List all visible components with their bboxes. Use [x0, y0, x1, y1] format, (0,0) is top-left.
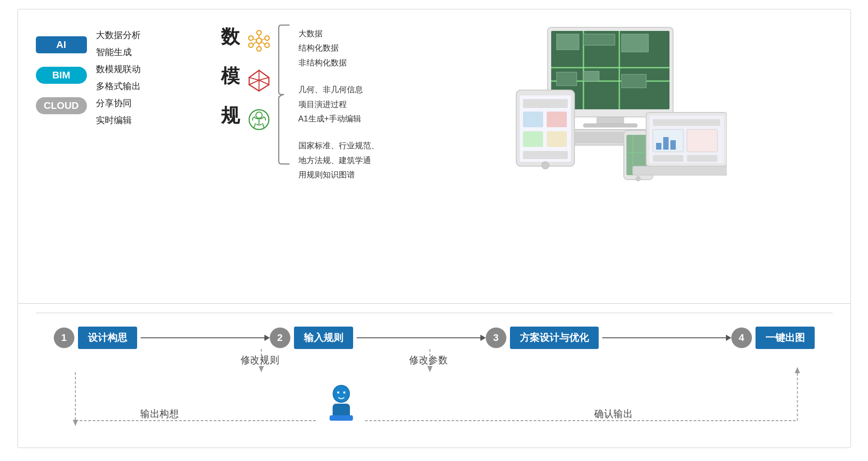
svg-point-3	[265, 43, 269, 47]
workflow-feedback-area: 修改规则 修改参数	[54, 349, 815, 434]
devices-container	[494, 23, 727, 193]
gui-icon	[246, 106, 272, 133]
svg-marker-71	[427, 366, 432, 372]
main-container: AI BIM CLOUD 大数据分析 智能生成 数模规联动 多格式输出 分享协同…	[17, 9, 851, 448]
shu-desc-0: 大数据	[298, 26, 379, 41]
step-2-circle: 2	[270, 327, 290, 348]
arrow-3-4	[602, 337, 728, 338]
svg-marker-81	[73, 420, 78, 426]
step-3-label: 方案设计与优化	[510, 327, 599, 349]
shu-char: 数	[220, 27, 241, 46]
bottom-section: 1 设计构思 2 输入规则 3 方案设计与优化 4 一键出图	[36, 313, 833, 434]
svg-text:输出构想: 输出构想	[140, 408, 178, 419]
gui-desc-2: 用规则知识图谱	[298, 168, 379, 182]
shu-desc-2: 非结构化数据	[298, 56, 379, 70]
svg-rect-63	[656, 143, 661, 150]
gui-desc-0: 国家标准、行业规范、	[298, 138, 379, 153]
svg-rect-64	[663, 137, 669, 150]
svg-point-77	[337, 392, 339, 394]
svg-rect-45	[547, 112, 567, 127]
svg-rect-33	[557, 72, 577, 86]
shu-desc-1: 结构化数据	[298, 41, 379, 55]
top-section: AI BIM CLOUD 大数据分析 智能生成 数模规联动 多格式输出 分享协同…	[36, 23, 833, 294]
svg-text:确认输出: 确认输出	[593, 408, 632, 419]
svg-rect-65	[670, 140, 676, 150]
svg-rect-61	[653, 155, 683, 162]
shu-desc: 大数据 结构化数据 非结构化数据	[298, 26, 379, 70]
feature-5: 实时编辑	[96, 112, 141, 128]
svg-rect-58	[653, 119, 720, 126]
bracket-svg	[277, 23, 290, 166]
svg-marker-68	[259, 366, 264, 372]
badge-bim: BIM	[36, 67, 87, 84]
svg-rect-43	[523, 99, 568, 108]
feature-2: 数模规联动	[96, 61, 141, 77]
svg-point-1	[257, 30, 261, 35]
svg-rect-44	[523, 112, 543, 127]
svg-marker-17	[249, 80, 259, 91]
feature-1: 智能生成	[96, 44, 141, 60]
feature-3: 多格式输出	[96, 78, 141, 94]
svg-rect-36	[597, 117, 624, 124]
mo-row: 模	[220, 67, 272, 94]
gui-row: 规	[220, 106, 272, 133]
step-4-circle: 4	[731, 327, 752, 348]
left-panel: AI BIM CLOUD 大数据分析 智能生成 数模规联动 多格式输出 分享协同…	[36, 23, 206, 128]
step-2-label: 输入规则	[294, 327, 353, 349]
step-1-label: 设计构思	[78, 327, 137, 349]
svg-text:修改规则: 修改规则	[240, 354, 279, 366]
svg-rect-30	[557, 34, 579, 50]
mo-desc-2: A1生成+手动编辑	[298, 112, 379, 126]
svg-marker-19	[249, 70, 259, 80]
svg-point-4	[257, 47, 261, 51]
svg-rect-37	[583, 124, 637, 127]
svg-rect-66	[633, 166, 727, 175]
gui-desc-1: 地方法规、建筑学通	[298, 153, 379, 168]
steps-row: 1 设计构思 2 输入规则 3 方案设计与优化 4 一键出图	[36, 327, 833, 349]
badge-cloud: CLOUD	[36, 97, 87, 114]
workflow-arrows-svg: 修改规则 修改参数	[54, 349, 815, 434]
svg-rect-46	[523, 131, 543, 147]
step-4-label: 一键出图	[756, 327, 815, 349]
svg-point-2	[265, 36, 269, 40]
svg-rect-47	[547, 131, 567, 147]
svg-marker-16	[259, 80, 269, 91]
svg-point-0	[256, 38, 262, 43]
arrow-1-2	[141, 337, 266, 338]
svg-rect-34	[583, 71, 599, 81]
svg-point-76	[333, 386, 349, 402]
svg-rect-32	[622, 34, 648, 52]
shu-row: 数	[220, 27, 272, 54]
mo-char: 模	[220, 67, 241, 86]
svg-rect-48	[523, 151, 568, 159]
svg-rect-31	[583, 34, 615, 45]
gui-char: 规	[220, 106, 241, 125]
svg-point-55	[636, 177, 640, 181]
right-panel	[379, 23, 833, 193]
mo-desc-1: 项目演进过程	[298, 97, 379, 112]
svg-rect-75	[329, 415, 353, 421]
bracket-desc: 大数据 结构化数据 非结构化数据 几何、非几何信息 项目演进过程 A1生成+手动…	[277, 23, 379, 195]
shu-icon	[246, 27, 272, 54]
divider	[18, 303, 851, 304]
middle-panel: 数	[220, 23, 379, 195]
mo-desc-0: 几何、非几何信息	[298, 82, 379, 97]
svg-rect-60	[687, 129, 717, 152]
features-column: 大数据分析 智能生成 数模规联动 多格式输出 分享协同 实时编辑	[96, 23, 141, 128]
step-3-circle: 3	[486, 327, 506, 348]
mo-desc: 几何、非几何信息 项目演进过程 A1生成+手动编辑	[298, 82, 379, 126]
step-1-circle: 1	[54, 327, 74, 348]
mo-icon	[246, 67, 272, 94]
devices-svg	[494, 23, 727, 193]
svg-line-8	[262, 39, 265, 40]
svg-line-11	[253, 42, 256, 44]
svg-marker-85	[795, 367, 800, 373]
gui-desc: 国家标准、行业规范、 地方法规、建筑学通 用规则知识图谱	[298, 138, 379, 182]
badges-column: AI BIM CLOUD	[36, 23, 87, 114]
arrow-2-3	[357, 337, 482, 338]
svg-point-78	[343, 392, 345, 394]
svg-text:修改参数: 修改参数	[409, 354, 448, 366]
svg-line-12	[253, 39, 256, 40]
badge-ai: AI	[36, 36, 87, 53]
dmg-column: 数	[220, 23, 272, 146]
